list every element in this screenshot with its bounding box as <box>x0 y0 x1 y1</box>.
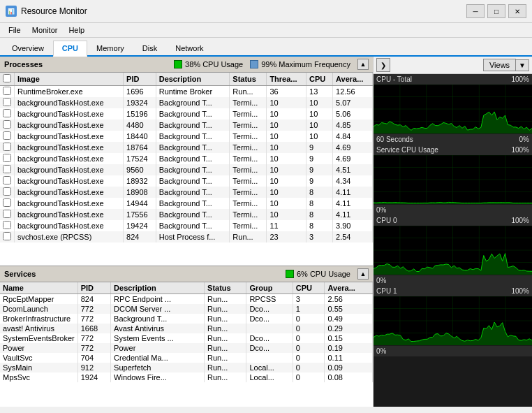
service-row[interactable]: DcomLaunch 772 DCOM Server ... Run... Dc… <box>0 304 373 314</box>
views-label[interactable]: Views <box>483 59 516 71</box>
process-checkbox[interactable] <box>3 131 11 140</box>
tab-memory[interactable]: Memory <box>87 41 133 57</box>
process-checkbox[interactable] <box>3 120 11 129</box>
process-checkbox[interactable] <box>3 154 11 162</box>
col-image[interactable]: Image <box>15 73 124 86</box>
tab-disk[interactable]: Disk <box>133 41 166 57</box>
services-collapse-button[interactable]: ▲ <box>357 268 369 280</box>
process-row[interactable]: svchost.exe (RPCSS) 824 Host Process f..… <box>0 231 373 242</box>
service-status: Run... <box>205 343 246 353</box>
process-checkbox[interactable] <box>3 98 11 106</box>
processes-collapse-button[interactable]: ▲ <box>357 59 369 70</box>
process-checkbox-cell[interactable] <box>0 187 15 198</box>
col-desc[interactable]: Description <box>156 73 230 86</box>
process-checkbox-cell[interactable] <box>0 198 15 209</box>
tab-overview[interactable]: Overview <box>3 41 53 57</box>
process-row[interactable]: backgroundTaskHost.exe 14944 Background … <box>0 198 373 209</box>
service-group: Local... <box>246 363 293 372</box>
process-checkbox[interactable] <box>3 87 11 95</box>
process-row[interactable]: backgroundTaskHost.exe 18932 Background … <box>0 175 373 187</box>
menu-file[interactable]: File <box>3 24 27 36</box>
service-pid: 824 <box>77 294 110 305</box>
process-checkbox-cell[interactable] <box>0 209 15 220</box>
services-header[interactable]: Services 6% CPU Usage ▲ <box>0 266 373 282</box>
process-row[interactable]: RuntimeBroker.exe 1696 Runtime Broker Ru… <box>0 86 373 98</box>
svc-col-name[interactable]: Name <box>0 282 77 294</box>
minimize-button[interactable]: ─ <box>466 4 485 18</box>
process-checkbox[interactable] <box>3 187 11 196</box>
process-row[interactable]: backgroundTaskHost.exe 19324 Background … <box>0 97 373 108</box>
tab-network[interactable]: Network <box>166 41 212 57</box>
process-row[interactable]: backgroundTaskHost.exe 19424 Background … <box>0 220 373 231</box>
expand-button[interactable]: ❯ <box>376 58 390 72</box>
services-table-container[interactable]: Name PID Description Status Group CPU Av… <box>0 282 373 407</box>
views-arrow[interactable]: ▼ <box>516 59 529 71</box>
col-avg[interactable]: Avera... <box>333 73 373 86</box>
service-row[interactable]: avast! Antivirus 1668 Avast Antivirus Ru… <box>0 324 373 333</box>
service-row[interactable]: MpsSvc 1924 Windows Fire... Run... Local… <box>0 372 373 382</box>
process-row[interactable]: backgroundTaskHost.exe 9560 Background T… <box>0 164 373 175</box>
service-row[interactable]: Power 772 Power Run... Dco... 0 0.19 <box>0 343 373 353</box>
menu-monitor[interactable]: Monitor <box>27 24 64 36</box>
process-row[interactable]: backgroundTaskHost.exe 18764 Background … <box>0 142 373 153</box>
process-checkbox[interactable] <box>3 143 11 151</box>
process-checkbox[interactable] <box>3 109 11 117</box>
service-row[interactable]: SysMain 912 Superfetch Run... Local... 0… <box>0 363 373 372</box>
service-row[interactable]: RpcEptMapper 824 RPC Endpoint ... Run...… <box>0 294 373 305</box>
col-status[interactable]: Status <box>230 73 267 86</box>
tab-cpu[interactable]: CPU <box>53 41 87 57</box>
svc-col-pid[interactable]: PID <box>77 282 110 294</box>
process-checkbox-cell[interactable] <box>0 220 15 231</box>
processes-table-container[interactable]: Image PID Description Status Threa... CP… <box>0 73 373 266</box>
close-button[interactable]: ✕ <box>508 4 526 18</box>
process-threads: 10 <box>267 108 306 119</box>
process-checkbox-cell[interactable] <box>0 175 15 187</box>
process-row[interactable]: backgroundTaskHost.exe 18440 Background … <box>0 131 373 142</box>
process-checkbox-cell[interactable] <box>0 97 15 108</box>
process-checkbox[interactable] <box>3 165 11 173</box>
process-avg: 4.11 <box>333 187 373 198</box>
process-row[interactable]: backgroundTaskHost.exe 17556 Background … <box>0 209 373 220</box>
process-checkbox[interactable] <box>3 221 11 229</box>
process-row[interactable]: backgroundTaskHost.exe 4480 Background T… <box>0 119 373 131</box>
col-cpu[interactable]: CPU <box>306 73 333 86</box>
process-checkbox-cell[interactable] <box>0 131 15 142</box>
process-checkbox[interactable] <box>3 210 11 218</box>
menu-help[interactable]: Help <box>63 24 90 36</box>
process-checkbox-cell[interactable] <box>0 164 15 175</box>
service-cpu: 0 <box>293 343 325 353</box>
process-image: backgroundTaskHost.exe <box>15 164 124 175</box>
process-checkbox-cell[interactable] <box>0 142 15 153</box>
cpu0-graph-wrapper <box>374 226 532 275</box>
select-all-checkbox[interactable] <box>3 74 11 82</box>
col-pid[interactable]: PID <box>124 73 156 86</box>
process-checkbox-cell[interactable] <box>0 153 15 164</box>
process-checkbox[interactable] <box>3 232 11 240</box>
service-row[interactable]: VaultSvc 704 Credential Ma... Run... 0 0… <box>0 353 373 363</box>
process-checkbox-cell[interactable] <box>0 108 15 119</box>
process-cpu: 3 <box>306 231 333 242</box>
process-checkbox-cell[interactable] <box>0 86 15 98</box>
process-checkbox[interactable] <box>3 198 11 207</box>
svc-col-avg[interactable]: Avera... <box>325 282 373 294</box>
service-row[interactable]: SystemEventsBroker 772 System Events ...… <box>0 333 373 343</box>
process-row[interactable]: backgroundTaskHost.exe 18908 Background … <box>0 187 373 198</box>
process-checkbox[interactable] <box>3 176 11 184</box>
col-check[interactable] <box>0 73 15 86</box>
service-row[interactable]: BrokerInfrastructure 772 Background T...… <box>0 314 373 324</box>
svc-col-group[interactable]: Group <box>246 282 293 294</box>
cpu-total-pct-top: 100% <box>511 75 529 83</box>
svc-col-cpu[interactable]: CPU <box>293 282 325 294</box>
process-row[interactable]: backgroundTaskHost.exe 15196 Background … <box>0 108 373 119</box>
maximize-button[interactable]: □ <box>487 4 505 18</box>
svc-col-status[interactable]: Status <box>205 282 246 294</box>
process-pid: 19424 <box>124 220 156 231</box>
process-row[interactable]: backgroundTaskHost.exe 17524 Background … <box>0 153 373 164</box>
svc-col-desc[interactable]: Description <box>111 282 205 294</box>
process-checkbox-cell[interactable] <box>0 231 15 242</box>
service-name: RpcEptMapper <box>0 294 77 305</box>
processes-header[interactable]: Processes 38% CPU Usage 99% Maximum Freq… <box>0 57 373 73</box>
process-desc: Runtime Broker <box>156 86 230 98</box>
col-threads[interactable]: Threa... <box>267 73 306 86</box>
process-checkbox-cell[interactable] <box>0 119 15 131</box>
